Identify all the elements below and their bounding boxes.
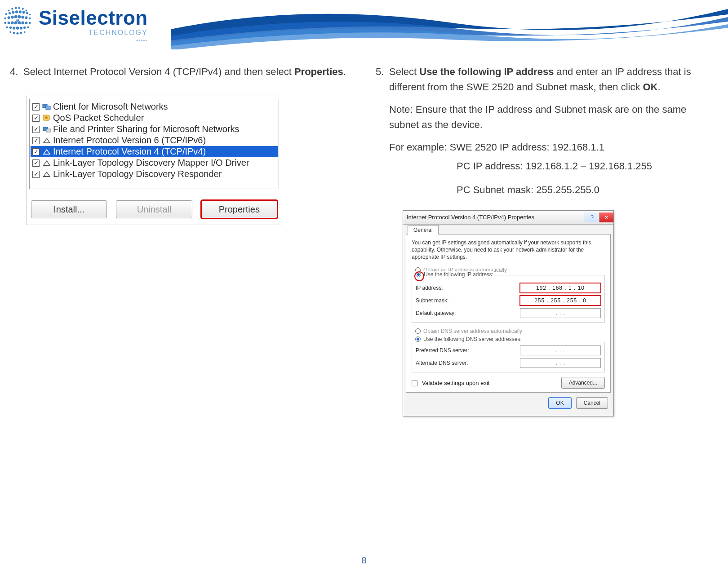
step4-mid2: then select [244,66,294,77]
protocol-icon [42,159,51,167]
ok-button[interactable]: OK [548,397,571,409]
subnet-mask-input[interactable]: 255 . 255 . 255 . 0 [520,296,601,305]
checkbox-icon[interactable]: ✓ [32,115,40,122]
preferred-dns-label: Preferred DNS server: [416,347,469,354]
radio-label: Obtain DNS server address automatically [423,328,522,334]
svg-point-6 [26,10,27,12]
checkbox-icon[interactable]: ✓ [32,137,40,144]
svg-point-9 [12,11,14,14]
advanced-button[interactable]: Advanced... [561,377,605,389]
svg-point-14 [29,13,31,15]
radio-label: Use the following DNS server addresses: [423,336,522,342]
svg-point-7 [5,13,7,15]
alternate-dns-label: Alternate DNS server: [416,360,468,366]
svg-point-34 [16,27,19,30]
checkbox-icon[interactable]: ✓ [32,159,40,167]
header-swoosh [171,9,728,49]
net-item-ipv4-selected[interactable]: ✓ Internet Protocol Version 4 (TCP/IPv4) [31,146,278,157]
svg-point-39 [13,32,15,34]
svg-point-38 [9,31,11,33]
svg-point-25 [11,22,14,25]
net-item-lltd-responder[interactable]: ✓ Link-Layer Topology Discovery Responde… [31,168,278,180]
validate-checkbox-row[interactable]: Validate settings upon exit [412,380,489,386]
dialog-description: You can get IP settings assigned automat… [412,239,605,261]
net-item-qos[interactable]: ✓ QoS Packet Scheduler [31,112,278,124]
ipv4-properties-dialog: Internet Protocol Version 4 (TCP/IPv4) P… [403,210,614,417]
svg-point-4 [18,7,21,9]
radio-label: Use the following IP address: [424,271,493,278]
preferred-dns-input[interactable]: . . . [520,345,601,355]
svg-rect-48 [46,129,50,132]
svg-point-24 [8,22,10,24]
svg-point-0 [16,19,19,22]
net-item-ipv6[interactable]: ✓ Internet Protocol Version 6 (TCP/IPv6) [31,135,278,146]
svg-rect-49 [43,142,50,143]
client-icon [42,103,51,111]
radio-obtain-dns-auto: Obtain DNS server address automatically [412,327,605,335]
svg-point-21 [25,16,28,19]
step5-b: Use the following IP address [419,66,554,77]
svg-point-8 [9,12,11,14]
step-5-text: Select Use the following IP address and … [389,64,718,201]
radio-use-ip[interactable] [416,272,421,277]
net-item-label: Client for Microsoft Networks [53,102,168,112]
net-item-share[interactable]: ✓ File and Printer Sharing for Microsoft… [31,124,278,135]
step-number-5: 5. [376,64,389,201]
checkbox-icon[interactable]: ✓ [32,103,40,111]
cancel-button[interactable]: Cancel [576,397,608,409]
net-item-label: Internet Protocol Version 4 (TCP/IPv4) [53,146,206,157]
close-icon[interactable]: x [599,212,613,222]
default-gateway-input[interactable]: . . . [520,308,601,318]
dialog-titlebar: Internet Protocol Version 4 (TCP/IPv4) P… [403,211,613,225]
svg-point-40 [16,32,18,35]
left-column: 4. Select Internet Protocol Version 4 (T… [10,64,352,416]
help-icon[interactable]: ? [585,212,599,222]
step5-e: . [658,81,661,93]
net-item-client[interactable]: ✓ Client for Microsoft Networks [31,101,278,112]
validate-label: Validate settings upon exit [422,380,490,386]
step-number-4: 4. [10,64,23,83]
step5-d: OK [643,81,658,93]
step-4-text: Select Internet Protocol Version 4 (TCP/… [23,64,352,83]
qos-icon [42,114,51,122]
pref-dns-value: . . . [555,347,565,354]
uninstall-button: Uninstall [116,200,192,218]
svg-point-19 [18,15,21,18]
svg-point-10 [15,10,18,13]
install-button[interactable]: Install... [31,200,107,218]
step4-bold2: Properties [294,66,343,77]
svg-point-12 [22,11,25,14]
svg-point-28 [21,22,24,25]
share-icon [42,125,51,133]
checkbox-icon[interactable]: ✓ [32,171,40,178]
page-header: Siselectron TECHNOLOGY ••••• [0,0,728,56]
svg-point-16 [8,16,10,19]
checkbox-icon[interactable]: ✓ [32,126,40,133]
radio-icon[interactable] [415,336,421,342]
tab-general[interactable]: General [408,225,439,235]
svg-point-35 [20,27,22,29]
svg-point-20 [21,16,24,19]
alternate-dns-input[interactable]: . . . [520,358,601,368]
svg-point-13 [26,12,28,14]
protocol-icon [42,148,51,156]
checkbox-icon[interactable] [412,381,417,386]
step5-a: Select [389,66,419,77]
protocol-icon [42,137,51,145]
properties-button[interactable]: Properties [201,200,277,218]
svg-point-29 [25,22,28,24]
dialog-title: Internet Protocol Version 4 (TCP/IPv4) P… [407,214,534,221]
ip-address-input[interactable]: 192 . 168 . 1 . 10 [520,283,601,293]
step4-bold1: Internet Protocol Version [53,66,164,77]
net-item-label: QoS Packet Scheduler [53,113,144,123]
net-item-label: Link-Layer Topology Discovery Mapper I/O… [53,158,249,168]
svg-point-37 [27,26,29,28]
svg-point-26 [14,21,18,24]
subnet-mask-label: Subnet mask: [416,297,448,304]
svg-rect-44 [46,106,50,110]
svg-point-11 [19,10,22,13]
step5-pcip: PC IP address: 192.168.1.2 – 192.168.1.2… [389,159,718,174]
right-column: 5. Select Use the following IP address a… [376,64,718,416]
checkbox-icon[interactable]: ✓ [32,148,40,155]
net-item-lltd-mapper[interactable]: ✓ Link-Layer Topology Discovery Mapper I… [31,157,278,168]
